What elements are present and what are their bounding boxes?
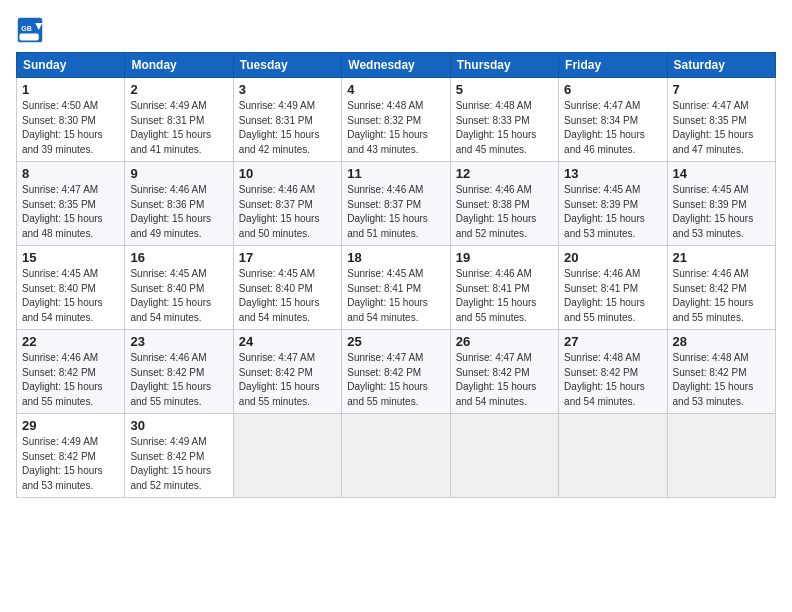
calendar-week-3: 15Sunrise: 4:45 AM Sunset: 8:40 PM Dayli… (17, 246, 776, 330)
day-info: Sunrise: 4:45 AM Sunset: 8:39 PM Dayligh… (564, 183, 661, 241)
calendar-cell: 9Sunrise: 4:46 AM Sunset: 8:36 PM Daylig… (125, 162, 233, 246)
day-number: 19 (456, 250, 553, 265)
calendar-cell: 27Sunrise: 4:48 AM Sunset: 8:42 PM Dayli… (559, 330, 667, 414)
calendar-cell: 6Sunrise: 4:47 AM Sunset: 8:34 PM Daylig… (559, 78, 667, 162)
logo-icon: GB (16, 16, 44, 44)
day-info: Sunrise: 4:45 AM Sunset: 8:40 PM Dayligh… (130, 267, 227, 325)
weekday-header-sunday: Sunday (17, 53, 125, 78)
calendar-cell (559, 414, 667, 498)
day-info: Sunrise: 4:46 AM Sunset: 8:41 PM Dayligh… (564, 267, 661, 325)
day-info: Sunrise: 4:48 AM Sunset: 8:33 PM Dayligh… (456, 99, 553, 157)
calendar-cell: 19Sunrise: 4:46 AM Sunset: 8:41 PM Dayli… (450, 246, 558, 330)
day-number: 5 (456, 82, 553, 97)
day-info: Sunrise: 4:46 AM Sunset: 8:41 PM Dayligh… (456, 267, 553, 325)
day-number: 13 (564, 166, 661, 181)
calendar-week-5: 29Sunrise: 4:49 AM Sunset: 8:42 PM Dayli… (17, 414, 776, 498)
calendar-cell: 3Sunrise: 4:49 AM Sunset: 8:31 PM Daylig… (233, 78, 341, 162)
calendar-cell: 13Sunrise: 4:45 AM Sunset: 8:39 PM Dayli… (559, 162, 667, 246)
day-number: 27 (564, 334, 661, 349)
calendar-cell: 10Sunrise: 4:46 AM Sunset: 8:37 PM Dayli… (233, 162, 341, 246)
calendar-cell: 4Sunrise: 4:48 AM Sunset: 8:32 PM Daylig… (342, 78, 450, 162)
day-info: Sunrise: 4:49 AM Sunset: 8:42 PM Dayligh… (130, 435, 227, 493)
calendar-cell: 11Sunrise: 4:46 AM Sunset: 8:37 PM Dayli… (342, 162, 450, 246)
day-number: 10 (239, 166, 336, 181)
weekday-header-saturday: Saturday (667, 53, 775, 78)
day-number: 12 (456, 166, 553, 181)
calendar-cell (667, 414, 775, 498)
day-number: 14 (673, 166, 770, 181)
day-info: Sunrise: 4:47 AM Sunset: 8:35 PM Dayligh… (673, 99, 770, 157)
day-info: Sunrise: 4:48 AM Sunset: 8:42 PM Dayligh… (673, 351, 770, 409)
day-info: Sunrise: 4:45 AM Sunset: 8:40 PM Dayligh… (239, 267, 336, 325)
day-info: Sunrise: 4:49 AM Sunset: 8:31 PM Dayligh… (130, 99, 227, 157)
logo: GB (16, 16, 48, 44)
day-number: 2 (130, 82, 227, 97)
calendar-header: SundayMondayTuesdayWednesdayThursdayFrid… (17, 53, 776, 78)
calendar-cell: 16Sunrise: 4:45 AM Sunset: 8:40 PM Dayli… (125, 246, 233, 330)
day-number: 23 (130, 334, 227, 349)
calendar-cell (450, 414, 558, 498)
day-number: 30 (130, 418, 227, 433)
calendar-week-4: 22Sunrise: 4:46 AM Sunset: 8:42 PM Dayli… (17, 330, 776, 414)
calendar-cell: 20Sunrise: 4:46 AM Sunset: 8:41 PM Dayli… (559, 246, 667, 330)
weekday-header-wednesday: Wednesday (342, 53, 450, 78)
svg-text:GB: GB (21, 25, 32, 32)
day-info: Sunrise: 4:46 AM Sunset: 8:42 PM Dayligh… (130, 351, 227, 409)
svg-rect-2 (20, 34, 39, 41)
day-info: Sunrise: 4:50 AM Sunset: 8:30 PM Dayligh… (22, 99, 119, 157)
calendar-cell (233, 414, 341, 498)
day-number: 21 (673, 250, 770, 265)
day-number: 28 (673, 334, 770, 349)
day-number: 3 (239, 82, 336, 97)
day-number: 11 (347, 166, 444, 181)
day-number: 29 (22, 418, 119, 433)
day-number: 26 (456, 334, 553, 349)
calendar-cell: 29Sunrise: 4:49 AM Sunset: 8:42 PM Dayli… (17, 414, 125, 498)
day-number: 24 (239, 334, 336, 349)
day-info: Sunrise: 4:49 AM Sunset: 8:42 PM Dayligh… (22, 435, 119, 493)
calendar-cell (342, 414, 450, 498)
calendar-cell: 8Sunrise: 4:47 AM Sunset: 8:35 PM Daylig… (17, 162, 125, 246)
day-number: 18 (347, 250, 444, 265)
day-number: 20 (564, 250, 661, 265)
day-info: Sunrise: 4:45 AM Sunset: 8:41 PM Dayligh… (347, 267, 444, 325)
header: GB (16, 16, 776, 44)
day-info: Sunrise: 4:46 AM Sunset: 8:42 PM Dayligh… (673, 267, 770, 325)
calendar-cell: 15Sunrise: 4:45 AM Sunset: 8:40 PM Dayli… (17, 246, 125, 330)
day-number: 17 (239, 250, 336, 265)
day-info: Sunrise: 4:47 AM Sunset: 8:42 PM Dayligh… (456, 351, 553, 409)
day-info: Sunrise: 4:46 AM Sunset: 8:37 PM Dayligh… (347, 183, 444, 241)
day-info: Sunrise: 4:45 AM Sunset: 8:39 PM Dayligh… (673, 183, 770, 241)
calendar-cell: 22Sunrise: 4:46 AM Sunset: 8:42 PM Dayli… (17, 330, 125, 414)
day-info: Sunrise: 4:46 AM Sunset: 8:36 PM Dayligh… (130, 183, 227, 241)
day-info: Sunrise: 4:48 AM Sunset: 8:42 PM Dayligh… (564, 351, 661, 409)
day-number: 22 (22, 334, 119, 349)
day-info: Sunrise: 4:47 AM Sunset: 8:42 PM Dayligh… (347, 351, 444, 409)
calendar-cell: 24Sunrise: 4:47 AM Sunset: 8:42 PM Dayli… (233, 330, 341, 414)
day-info: Sunrise: 4:46 AM Sunset: 8:38 PM Dayligh… (456, 183, 553, 241)
day-number: 1 (22, 82, 119, 97)
weekday-header-tuesday: Tuesday (233, 53, 341, 78)
day-number: 6 (564, 82, 661, 97)
calendar-cell: 1Sunrise: 4:50 AM Sunset: 8:30 PM Daylig… (17, 78, 125, 162)
day-info: Sunrise: 4:49 AM Sunset: 8:31 PM Dayligh… (239, 99, 336, 157)
weekday-header-thursday: Thursday (450, 53, 558, 78)
calendar-week-1: 1Sunrise: 4:50 AM Sunset: 8:30 PM Daylig… (17, 78, 776, 162)
day-info: Sunrise: 4:47 AM Sunset: 8:35 PM Dayligh… (22, 183, 119, 241)
calendar-cell: 28Sunrise: 4:48 AM Sunset: 8:42 PM Dayli… (667, 330, 775, 414)
calendar-cell: 5Sunrise: 4:48 AM Sunset: 8:33 PM Daylig… (450, 78, 558, 162)
calendar-cell: 14Sunrise: 4:45 AM Sunset: 8:39 PM Dayli… (667, 162, 775, 246)
day-number: 25 (347, 334, 444, 349)
calendar-cell: 12Sunrise: 4:46 AM Sunset: 8:38 PM Dayli… (450, 162, 558, 246)
calendar-cell: 7Sunrise: 4:47 AM Sunset: 8:35 PM Daylig… (667, 78, 775, 162)
weekday-header-monday: Monday (125, 53, 233, 78)
calendar-cell: 26Sunrise: 4:47 AM Sunset: 8:42 PM Dayli… (450, 330, 558, 414)
day-info: Sunrise: 4:47 AM Sunset: 8:42 PM Dayligh… (239, 351, 336, 409)
day-info: Sunrise: 4:47 AM Sunset: 8:34 PM Dayligh… (564, 99, 661, 157)
day-number: 16 (130, 250, 227, 265)
calendar: SundayMondayTuesdayWednesdayThursdayFrid… (16, 52, 776, 498)
weekday-header-friday: Friday (559, 53, 667, 78)
calendar-cell: 2Sunrise: 4:49 AM Sunset: 8:31 PM Daylig… (125, 78, 233, 162)
calendar-cell: 21Sunrise: 4:46 AM Sunset: 8:42 PM Dayli… (667, 246, 775, 330)
day-number: 9 (130, 166, 227, 181)
